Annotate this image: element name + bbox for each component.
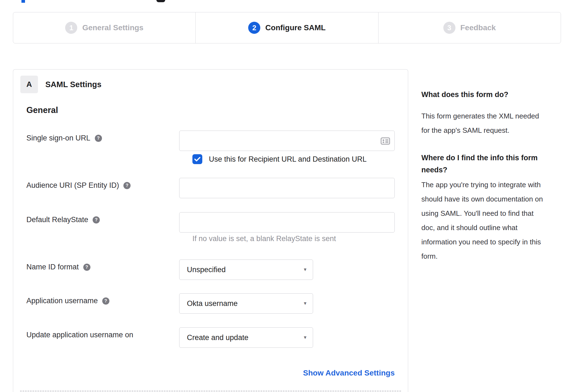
name-id-format-value: Unspecified xyxy=(187,266,226,274)
recipient-url-checkbox-row: Use this for Recipient URL and Destinati… xyxy=(192,154,367,164)
update-username-label-wrap: Update application username on xyxy=(26,327,179,339)
step-number-badge: 1 xyxy=(65,22,77,34)
audience-uri-row: Audience URI (SP Entity ID) ? xyxy=(26,178,395,198)
name-id-format-select[interactable]: Unspecified ▼ xyxy=(179,260,313,280)
help-icon[interactable]: ? xyxy=(95,135,102,142)
name-id-format-label-wrap: Name ID format ? xyxy=(26,260,179,271)
sidebar-heading-what: What does this form do? xyxy=(421,89,565,101)
application-username-row: Application username ? Okta username ▼ xyxy=(26,293,313,314)
check-icon xyxy=(194,157,200,162)
step-label: Feedback xyxy=(460,23,496,32)
card-header: A SAML Settings xyxy=(20,76,101,93)
sso-url-label-wrap: Single sign-on URL ? xyxy=(26,131,179,142)
step-number-badge: 3 xyxy=(443,22,455,34)
help-sidebar: What does this form do? This form genera… xyxy=(421,89,565,263)
sso-url-input-wrap xyxy=(179,131,395,151)
help-icon[interactable]: ? xyxy=(93,216,100,223)
step-configure-saml[interactable]: 2 Configure SAML xyxy=(195,12,378,43)
help-icon[interactable]: ? xyxy=(102,297,109,305)
sso-url-row: Single sign-on URL ? xyxy=(26,131,395,151)
sidebar-heading-where: Where do I find the info this form needs… xyxy=(421,152,565,176)
relay-state-input[interactable] xyxy=(179,212,394,232)
chevron-down-icon: ▼ xyxy=(303,301,307,306)
application-username-select[interactable]: Okta username ▼ xyxy=(179,293,313,314)
help-icon[interactable]: ? xyxy=(123,182,131,189)
card-title: SAML Settings xyxy=(45,80,101,89)
relay-state-hint: If no value is set, a blank RelayState i… xyxy=(192,234,336,243)
sso-url-label: Single sign-on URL xyxy=(26,134,90,142)
update-username-select[interactable]: Create and update ▼ xyxy=(179,327,313,348)
update-username-value: Create and update xyxy=(187,333,248,342)
chevron-down-icon: ▼ xyxy=(303,267,307,272)
relay-state-row: Default RelayState ? xyxy=(26,212,395,233)
recipient-url-checkbox-label[interactable]: Use this for Recipient URL and Destinati… xyxy=(209,155,367,164)
name-id-format-label: Name ID format xyxy=(26,263,79,271)
wizard-stepper: 1 General Settings 2 Configure SAML 3 Fe… xyxy=(13,12,561,43)
sso-url-input[interactable] xyxy=(179,131,394,151)
advanced-settings-wrap: Show Advanced Settings xyxy=(179,369,395,377)
update-username-row: Update application username on Create an… xyxy=(26,327,313,348)
dashed-divider xyxy=(20,391,401,391)
step-general-settings[interactable]: 1 General Settings xyxy=(13,12,195,43)
audience-uri-input-wrap xyxy=(179,178,395,198)
saml-settings-card: A SAML Settings General Single sign-on U… xyxy=(13,69,408,392)
update-username-label: Update application username on xyxy=(26,331,133,339)
contact-card-icon[interactable] xyxy=(381,137,390,146)
relay-state-label: Default RelayState xyxy=(26,216,88,224)
cutoff-dark-icon-fragment xyxy=(156,0,165,2)
help-icon[interactable]: ? xyxy=(83,264,90,271)
audience-uri-label-wrap: Audience URI (SP Entity ID) ? xyxy=(26,178,179,190)
step-number-badge: 2 xyxy=(248,22,260,34)
cutoff-blue-fragment xyxy=(21,0,25,3)
relay-state-input-wrap xyxy=(179,212,395,233)
section-a-badge: A xyxy=(20,76,38,93)
audience-uri-input[interactable] xyxy=(179,178,394,198)
name-id-format-row: Name ID format ? Unspecified ▼ xyxy=(26,260,313,280)
general-section-heading: General xyxy=(26,105,58,115)
chevron-down-icon: ▼ xyxy=(303,335,307,340)
sidebar-body-what: This form generates the XML needed for t… xyxy=(421,109,565,137)
application-username-label: Application username xyxy=(26,297,98,305)
application-username-label-wrap: Application username ? xyxy=(26,293,179,305)
step-feedback[interactable]: 3 Feedback xyxy=(378,12,561,43)
show-advanced-settings-link[interactable]: Show Advanced Settings xyxy=(303,369,395,377)
sidebar-body-where: The app you're trying to integrate with … xyxy=(421,178,565,263)
step-label: Configure SAML xyxy=(265,23,325,32)
audience-uri-label: Audience URI (SP Entity ID) xyxy=(26,181,119,190)
application-username-value: Okta username xyxy=(187,299,238,308)
recipient-url-checkbox[interactable] xyxy=(192,154,202,164)
step-label: General Settings xyxy=(82,23,143,32)
relay-state-label-wrap: Default RelayState ? xyxy=(26,212,179,224)
